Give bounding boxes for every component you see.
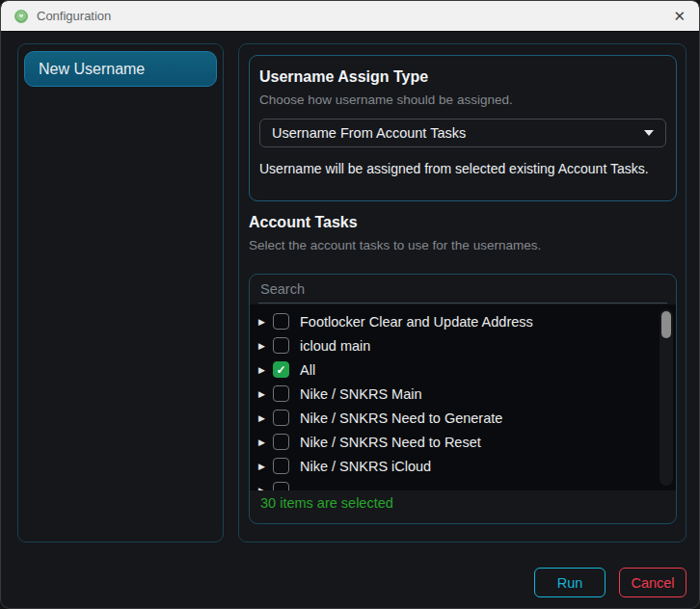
list-item-label: Footlocker Clear and Update Address [300,314,533,330]
list-item[interactable]: ▶ icloud main [250,333,676,357]
sidebar: New Username [17,43,224,543]
list-item-label: Nike / SNKRS Main [300,386,422,402]
list-item-label: Nike / SNKRS Need to Generate [300,410,502,426]
list-item[interactable]: ▶ Nike / SNKRS Main [250,382,676,406]
checkbox[interactable] [273,410,289,426]
checkbox[interactable] [273,385,289,402]
list-item-partial[interactable]: ▶ [250,478,676,490]
assign-type-subtitle: Choose how username should be assigned. [259,93,666,107]
main-panel: Username Assign Type Choose how username… [238,43,687,543]
list-item-label: Nike / SNKRS Need to Reset [300,435,481,450]
checkbox[interactable] [273,458,289,474]
selection-status: 30 items are selected [260,495,393,511]
list-item-label: Nike / SNKRS iCloud [300,459,431,474]
expand-arrow-icon[interactable]: ▶ [258,365,273,375]
checkbox[interactable] [273,337,289,354]
account-tasks-box: ▶ Footlocker Clear and Update Address ▶ … [249,274,677,524]
chevron-down-icon [644,130,654,136]
assign-type-dropdown-value: Username From Account Tasks [272,125,466,141]
assign-type-help-text: Username will be assigned from selected … [259,160,666,178]
titlebar[interactable]: Configuration ✕ [1,1,699,32]
list-item[interactable]: ▶ Footlocker Clear and Update Address [250,309,676,333]
expand-arrow-icon[interactable]: ▶ [258,486,273,491]
expand-arrow-icon[interactable]: ▶ [258,437,273,447]
list-item[interactable]: ▶ Nike / SNKRS Need to Reset [250,430,676,454]
account-tasks-list: ▶ Footlocker Clear and Update Address ▶ … [250,304,676,490]
expand-arrow-icon[interactable]: ▶ [258,317,273,327]
checkbox[interactable]: ✓ [273,361,289,378]
expand-arrow-icon[interactable]: ▶ [258,389,273,399]
assign-type-title: Username Assign Type [259,68,666,86]
expand-arrow-icon[interactable]: ▶ [258,413,273,423]
run-button[interactable]: Run [534,568,606,597]
account-tasks-subtitle: Select the account tasks to use for the … [249,238,541,252]
list-item[interactable]: ▶ ✓ All [250,357,676,382]
list-item-label: All [300,362,315,378]
expand-arrow-icon[interactable]: ▶ [258,462,273,471]
window-title: Configuration [37,9,111,23]
checkbox[interactable] [273,482,289,490]
app-logo-icon [14,10,28,23]
scrollbar[interactable] [660,309,673,486]
search-input[interactable] [258,275,667,304]
sidebar-item-new-username[interactable]: New Username [24,51,217,87]
configuration-window: Configuration ✕ New Username Username As… [0,0,700,609]
assign-type-dropdown[interactable]: Username From Account Tasks [259,119,666,147]
list-item[interactable]: ▶ Nike / SNKRS Need to Generate [250,406,676,430]
expand-arrow-icon[interactable]: ▶ [258,341,273,351]
scrollbar-thumb[interactable] [661,311,671,338]
close-icon[interactable]: ✕ [673,9,686,23]
checkbox[interactable] [273,434,289,450]
list-item-label: icloud main [300,338,370,354]
checkbox[interactable] [273,313,289,330]
username-assign-type-section: Username Assign Type Choose how username… [249,55,677,201]
cancel-button[interactable]: Cancel [619,568,687,597]
list-item[interactable]: ▶ Nike / SNKRS iCloud [250,454,676,478]
account-tasks-title: Account Tasks [249,214,358,231]
